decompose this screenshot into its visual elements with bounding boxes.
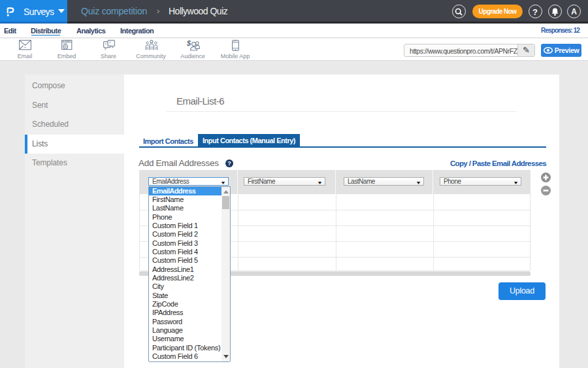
svg-text:$: $ [187,40,191,47]
